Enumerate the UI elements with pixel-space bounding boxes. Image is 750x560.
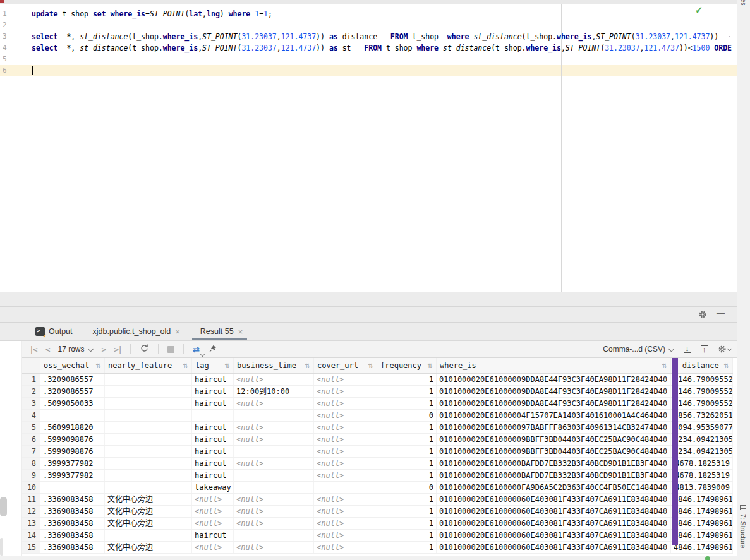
column-header-frequency[interactable]: frequency⇅ (377, 358, 437, 373)
cell-distance[interactable]: 4234.09421305 (671, 446, 733, 457)
column-header-tag[interactable]: tag⇅ (192, 358, 234, 373)
table-row[interactable]: 7.5999098876haircut<null>10101000020E610… (22, 446, 733, 458)
cell-where_is[interactable]: 0101000020E6100000BAFDD7EB332B3F40BCD9D1… (437, 458, 671, 469)
export-format-dropdown[interactable]: Comma-...d (CSV) (603, 345, 674, 354)
cell-where_is[interactable]: 0101000020E61000009BBFF3BD04403F40EC25BA… (437, 434, 671, 445)
cell-cover_url[interactable]: <null> (314, 386, 377, 397)
cell-tag[interactable]: haircut (192, 434, 234, 445)
sort-icon[interactable]: ⇅ (305, 362, 310, 369)
cell-frequency[interactable]: 1 (377, 374, 437, 385)
table-row[interactable]: 14.3369083458haircut<null>10101000020E61… (22, 530, 733, 542)
cell-tag[interactable]: <null> (192, 494, 234, 505)
result-grid[interactable]: oss_wechat⇅nearly_feature⇅tag⇅business_t… (22, 358, 733, 554)
table-row[interactable]: 11.3369083458文化中心旁边<null><null><null>101… (22, 494, 733, 506)
cell-frequency[interactable]: 1 (377, 494, 437, 505)
editor-line[interactable]: 3select *, st_distance(t_shop.where_is,S… (0, 31, 737, 42)
cell-where_is[interactable]: 0101000020E61000009BBFF3BD04403F40EC25BA… (437, 446, 671, 457)
cell-where_is[interactable]: 0101000020E6100000BAFDD7EB332B3F40BCD9D1… (437, 470, 671, 481)
cell-oss_wechat[interactable]: .3209086557 (40, 374, 105, 385)
cell-oss_wechat[interactable]: .5099050033 (40, 398, 105, 409)
cell-business_time[interactable] (234, 470, 314, 481)
cell-tag[interactable]: haircut (192, 386, 234, 397)
tab-output[interactable]: >Output (29, 323, 79, 340)
row-number[interactable]: 13 (22, 518, 40, 529)
editor-panel-splitter[interactable] (0, 292, 750, 307)
cell-oss_wechat[interactable]: .3369083458 (40, 542, 105, 553)
row-number[interactable]: 10 (22, 482, 40, 493)
cell-distance[interactable]: 1146.79009552 (671, 374, 733, 385)
sort-icon[interactable]: ⇅ (225, 362, 230, 369)
row-number[interactable]: 3 (22, 398, 40, 409)
cell-tag[interactable] (192, 410, 234, 421)
inspections-ok-icon[interactable]: ✓ (695, 4, 703, 16)
cell-tag[interactable]: haircut (192, 530, 234, 541)
column-header-nearly_feature[interactable]: nearly_feature⇅ (105, 358, 192, 373)
row-number[interactable]: 1 (22, 374, 40, 385)
table-row[interactable]: 13.3369083458文化中心旁边<null><null><null>101… (22, 518, 733, 530)
cell-distance[interactable]: 4846.17498961 (671, 530, 733, 541)
cell-distance[interactable]: 4678.1825319 (671, 458, 733, 469)
compare-arrows-icon[interactable]: ⇄ (193, 345, 200, 354)
grid-settings-icon[interactable] (718, 345, 731, 354)
cell-where_is[interactable]: 0101000020E610000060E403081F433F407CA691… (437, 530, 671, 541)
editor-lines[interactable]: 1update t_shop set where_is=ST_POINT(lat… (0, 4, 737, 76)
cell-frequency[interactable]: 1 (377, 506, 437, 517)
row-number[interactable]: 15 (22, 542, 40, 553)
cell-frequency[interactable]: 0 (377, 410, 437, 421)
cell-oss_wechat[interactable]: .3369083458 (40, 518, 105, 529)
column-header-cover_url[interactable]: cover_url⇅ (314, 358, 377, 373)
cell-frequency[interactable]: 1 (377, 458, 437, 469)
cell-nearly_feature[interactable]: 文化中心旁边 (105, 506, 192, 517)
cell-business_time[interactable]: <null> (234, 506, 314, 517)
cell-tag[interactable]: haircut (192, 422, 234, 433)
cell-cover_url[interactable]: <null> (314, 446, 377, 457)
cell-cover_url[interactable]: <null> (314, 410, 377, 421)
cell-business_time[interactable]: <null> (234, 458, 314, 469)
reload-icon[interactable] (140, 343, 149, 355)
cell-tag[interactable]: takeaway (192, 482, 234, 493)
cell-nearly_feature[interactable] (105, 434, 192, 445)
tab-result-55[interactable]: Result 55× (190, 323, 249, 340)
cell-nearly_feature[interactable] (105, 446, 192, 457)
editor-line[interactable]: 2 (0, 20, 737, 31)
row-number[interactable]: 14 (22, 530, 40, 541)
structure-toolwindow-button[interactable]: 7: Structure (739, 504, 747, 548)
cell-where_is[interactable]: 0101000020E610000060E403081F433F407CA691… (437, 494, 671, 505)
sort-icon[interactable]: ⇅ (724, 362, 729, 369)
toolwindow-settings-icon[interactable] (698, 310, 707, 319)
cell-where_is[interactable]: 0101000020E61000009DDA8E44F93C3F40EA98D1… (437, 398, 671, 409)
stripe-top-button[interactable]: es (740, 0, 747, 6)
next-page-button[interactable]: > (102, 345, 106, 354)
cell-business_time[interactable] (234, 410, 314, 421)
scrollbar-thumb[interactable] (0, 497, 7, 516)
column-header-distance[interactable]: distance⇅ (671, 358, 733, 373)
cell-distance[interactable]: 1146.79009552 (671, 386, 733, 397)
cell-distance[interactable]: 4846.17498961 (671, 518, 733, 529)
cell-nearly_feature[interactable] (105, 482, 192, 493)
cell-frequency[interactable]: 0 (377, 482, 437, 493)
cell-nearly_feature[interactable] (105, 374, 192, 385)
cell-oss_wechat[interactable]: .5999098876 (40, 446, 105, 457)
cell-distance[interactable]: 1146.79009552 (671, 398, 733, 409)
cell-business_time[interactable]: <null> (234, 422, 314, 433)
column-header-oss_wechat[interactable]: oss_wechat⇅ (40, 358, 105, 373)
cell-distance[interactable]: 4234.09421305 (671, 434, 733, 445)
column-header-where_is[interactable]: where_is⇅ (437, 358, 671, 373)
cell-business_time[interactable]: 12:00到10:00 (234, 386, 314, 397)
cell-cover_url[interactable]: <null> (314, 398, 377, 409)
cell-nearly_feature[interactable]: 文化中心旁边 (105, 542, 192, 553)
table-row[interactable]: 6.5999098876haircut<null><null>101010000… (22, 434, 733, 446)
cell-oss_wechat[interactable]: .3999377982 (40, 458, 105, 469)
cell-tag[interactable]: haircut (192, 458, 234, 469)
cell-cover_url[interactable]: <null> (314, 374, 377, 385)
cell-cover_url[interactable]: <null> (314, 530, 377, 541)
cell-frequency[interactable]: 1 (377, 542, 437, 553)
cell-where_is[interactable]: 0101000020E6100000FA9D6A5C2D363F40CC4FB5… (437, 482, 671, 493)
cell-oss_wechat[interactable]: .3369083458 (40, 530, 105, 541)
table-row[interactable]: 3.5099050033haircut<null><null>101010000… (22, 398, 733, 410)
cell-where_is[interactable]: 0101000020E610000060E403081F433F407CA691… (437, 518, 671, 529)
cell-oss_wechat[interactable]: .3369083458 (40, 506, 105, 517)
cell-oss_wechat[interactable] (40, 482, 105, 493)
prev-page-button[interactable]: < (45, 345, 49, 354)
cell-tag[interactable]: <null> (192, 518, 234, 529)
